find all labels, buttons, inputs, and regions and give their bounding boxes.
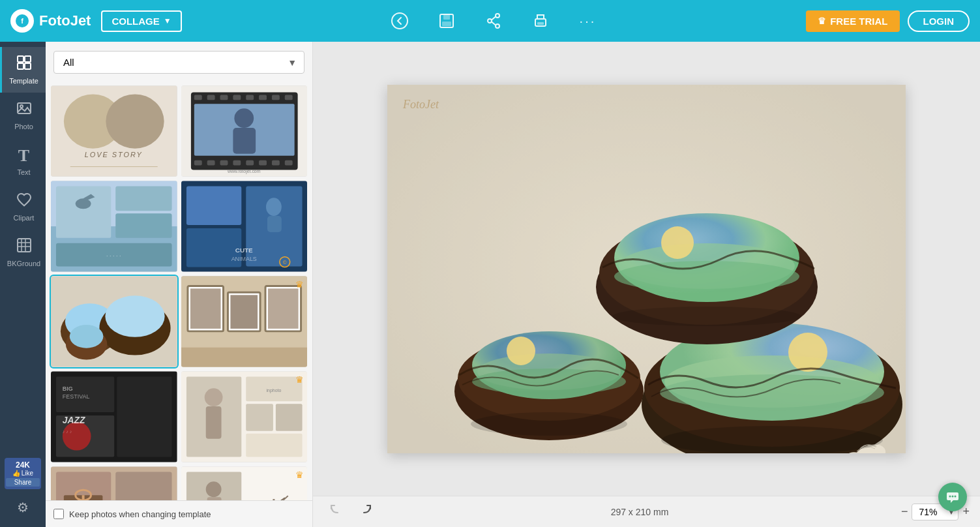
template-item[interactable]: · · · · ·	[51, 181, 177, 272]
main-area: Template Photo T Text Clipart	[0, 42, 980, 527]
svg-rect-14	[25, 56, 31, 62]
svg-rect-42	[194, 160, 201, 166]
crown-icon: ♛	[818, 16, 826, 26]
svg-rect-101	[275, 404, 302, 431]
svg-point-97	[204, 388, 222, 406]
save-button[interactable]	[434, 8, 460, 34]
collage-dropdown-button[interactable]: COLLAGE ▼	[101, 10, 181, 32]
template-item[interactable]: ♛	[181, 276, 308, 367]
gear-icon: ⚙	[17, 500, 29, 515]
facebook-widget[interactable]: 24K 👍 Like Share	[5, 458, 41, 489]
template-grid: LOVE STORY	[46, 83, 312, 500]
fb-share-label[interactable]: Share	[6, 478, 40, 487]
template-item[interactable]: LOVE STORY	[51, 85, 177, 177]
svg-rect-36	[259, 95, 267, 100]
svg-rect-89	[117, 376, 171, 457]
template-item[interactable]: CUTE ANIMALS ©	[181, 181, 308, 272]
sidebar-item-bkground-label: BKGround	[7, 260, 40, 267]
text-icon: T	[18, 146, 29, 166]
canvas-frame: FotoJet	[387, 85, 906, 453]
login-button[interactable]: LOGIN	[908, 10, 970, 32]
bkground-icon	[16, 237, 32, 257]
zoom-in-button[interactable]: +	[962, 505, 970, 519]
svg-point-132	[507, 337, 535, 365]
svg-rect-5	[442, 22, 451, 26]
canvas-bottom-bar: 297 x 210 mm − 50% 71% 100% 150% 200% ▼ …	[313, 496, 980, 527]
template-item[interactable]: www.fotojet.com	[181, 85, 308, 177]
more-options-button[interactable]: ···	[574, 8, 601, 34]
svg-rect-38	[284, 95, 292, 100]
svg-point-55	[76, 198, 91, 209]
canvas-svg	[387, 85, 906, 453]
sidebar-item-clipart[interactable]: Clipart	[0, 184, 46, 230]
svg-rect-48	[271, 160, 279, 166]
sidebar-item-text[interactable]: T Text	[0, 138, 46, 184]
svg-rect-12	[537, 22, 544, 25]
sidebar-item-template[interactable]: Template	[0, 47, 46, 93]
redo-button[interactable]	[355, 501, 378, 522]
canvas-container: FotoJet	[313, 42, 980, 496]
svg-rect-47	[259, 160, 267, 166]
svg-line-10	[492, 22, 496, 25]
left-sidebar: Template Photo T Text Clipart	[0, 42, 46, 527]
template-item[interactable]: ♛ inphoto	[181, 371, 308, 462]
template-item[interactable]	[51, 276, 177, 367]
svg-rect-4	[443, 14, 450, 20]
template-item[interactable]: ♛ inphoto	[181, 466, 308, 500]
thumbs-up-icon: 👍	[12, 470, 20, 477]
svg-rect-13	[18, 56, 23, 62]
zoom-out-button[interactable]: −	[901, 505, 908, 519]
keep-photos-label: Keep photos when changing template	[69, 509, 211, 519]
svg-rect-33	[220, 95, 228, 100]
svg-point-149	[612, 307, 801, 326]
template-item[interactable]	[51, 466, 177, 500]
svg-rect-19	[18, 239, 31, 252]
svg-point-64	[265, 198, 281, 216]
svg-point-76	[70, 325, 104, 348]
svg-rect-102	[246, 434, 302, 457]
svg-point-147	[471, 412, 627, 436]
template-icon	[16, 55, 32, 74]
svg-rect-41	[233, 128, 256, 154]
svg-rect-15	[18, 63, 23, 69]
sidebar-item-clipart-label: Clipart	[14, 214, 35, 222]
template-item[interactable]: BIG FESTIVAL JAZZ ♪ ♪ ♪	[51, 371, 177, 462]
svg-point-138	[788, 333, 827, 372]
settings-button[interactable]: ⚙	[12, 494, 34, 520]
svg-rect-16	[25, 63, 31, 69]
svg-point-2	[392, 13, 408, 29]
svg-point-116	[205, 481, 221, 497]
sidebar-item-text-label: Text	[17, 168, 30, 176]
chat-button[interactable]	[938, 483, 967, 511]
svg-point-40	[234, 108, 254, 128]
svg-point-6	[496, 14, 499, 18]
svg-point-7	[488, 19, 492, 23]
panel-footer: Keep photos when changing template	[46, 500, 312, 527]
svg-rect-34	[233, 95, 241, 100]
svg-point-26	[106, 94, 164, 148]
free-trial-button[interactable]: ♛ FREE TRIAL	[806, 10, 899, 32]
svg-rect-80	[190, 288, 220, 329]
svg-rect-32	[207, 95, 215, 100]
undo-button[interactable]	[323, 501, 347, 522]
sidebar-item-photo[interactable]: Photo	[0, 93, 46, 138]
back-button[interactable]	[387, 8, 413, 34]
keep-photos-checkbox[interactable]	[53, 509, 64, 519]
svg-rect-84	[267, 288, 298, 329]
share-button[interactable]	[481, 8, 507, 34]
svg-rect-65	[267, 216, 281, 232]
svg-text:♪ ♪ ♪: ♪ ♪ ♪	[63, 429, 72, 434]
template-panel: All Basic Story Nature Love Family ▼ LOV…	[46, 42, 313, 527]
svg-text:BIG: BIG	[63, 385, 73, 392]
print-button[interactable]	[527, 8, 554, 34]
svg-rect-46	[246, 160, 254, 166]
svg-rect-31	[194, 95, 201, 100]
filter-dropdown[interactable]: All Basic Story Nature Love Family	[53, 51, 304, 74]
svg-rect-57	[115, 213, 171, 238]
app-header: f FotoJet COLLAGE ▼	[0, 0, 980, 42]
svg-rect-43	[207, 160, 215, 166]
svg-rect-49	[284, 160, 292, 166]
chevron-down-icon: ▼	[164, 16, 171, 25]
sidebar-item-bkground[interactable]: BKGround	[0, 230, 46, 275]
svg-rect-45	[233, 160, 241, 166]
